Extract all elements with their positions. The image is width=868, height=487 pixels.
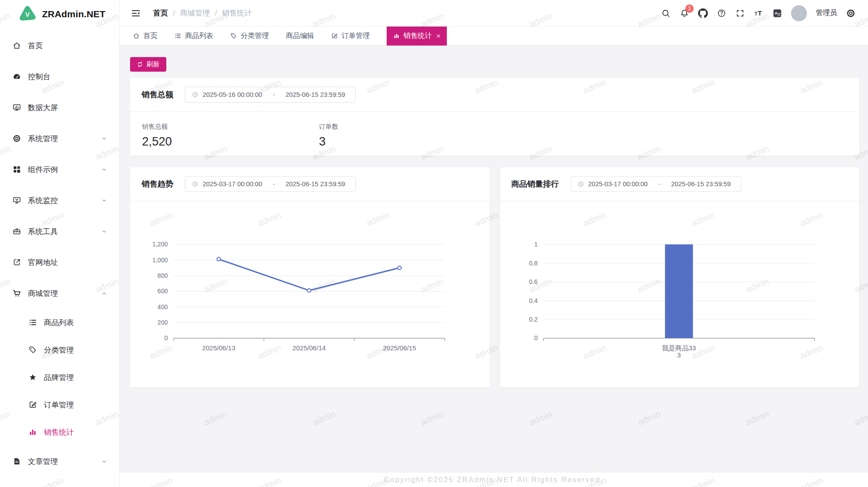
tab[interactable]: 订单管理	[331, 27, 370, 46]
chart-area: 02004006008001,0001,2002025/06/132025/06…	[130, 201, 490, 387]
fullscreen-icon	[735, 8, 745, 18]
monitor-icon	[12, 196, 21, 205]
refresh-button[interactable]: 刷新	[130, 57, 166, 72]
notifications-button[interactable]: 1	[680, 8, 689, 18]
sidebar: V ZRAdmin.NET 首页控制台数据大屏系统管理组件示例系统监控系统工具官…	[0, 0, 119, 487]
edit-icon	[28, 400, 37, 409]
sidebar-item[interactable]: 商品列表	[0, 309, 119, 336]
sidebar-item-label: 分类管理	[44, 345, 74, 355]
svg-text:V: V	[25, 11, 30, 18]
sidebar-item-label: 商城管理	[28, 288, 58, 299]
list-icon	[174, 32, 181, 39]
github-button[interactable]	[698, 8, 708, 18]
sidebar-item-label: 订单管理	[44, 400, 74, 410]
tab[interactable]: 分类管理	[230, 27, 269, 46]
date-range-picker[interactable]: 2025-03-17 00:00:00 - 2025-06-15 23:59:5…	[571, 176, 741, 192]
content: 刷新 销售总额 2025-05-16 00:00:00 - 2025-06-15…	[119, 46, 868, 472]
sales-trend-title: 销售趋势	[142, 179, 173, 189]
sidebar-item[interactable]: 文章管理	[0, 446, 119, 477]
language-button[interactable]: A文	[772, 8, 782, 18]
chevron-down-icon	[101, 135, 108, 142]
stat-sales-total: 销售总额 2,520	[142, 123, 319, 149]
cart-icon	[12, 289, 21, 298]
svg-text:1,200: 1,200	[152, 241, 168, 248]
tab-label: 销售统计	[403, 31, 432, 41]
date-range-picker[interactable]: 2025-03-17 00:00:00 - 2025-06-15 23:59:5…	[185, 176, 356, 192]
sidebar-item[interactable]: 商城管理	[0, 278, 119, 309]
logo[interactable]: V ZRAdmin.NET	[0, 0, 119, 28]
svg-text:800: 800	[157, 272, 168, 279]
avatar[interactable]	[791, 5, 807, 21]
sales-total-title: 销售总额	[142, 89, 173, 100]
date-range-picker[interactable]: 2025-05-16 00:00:00 - 2025-06-15 23:59:5…	[185, 87, 356, 103]
product-rank-chart: 00.20.40.60.81我是商品333	[500, 201, 860, 387]
sidebar-item[interactable]: 系统管理	[0, 123, 119, 154]
copyright-text: Copyright ©2025 ZRAdmin.NET All Rights R…	[384, 476, 603, 484]
breadcrumb-item-mall[interactable]: 商城管理	[180, 8, 210, 18]
bar-chart-icon	[28, 428, 37, 437]
breadcrumb-separator: /	[173, 9, 175, 18]
sidebar-item-label: 首页	[28, 41, 43, 51]
svg-text:1: 1	[534, 241, 538, 248]
sidebar-item-label: 系统管理	[28, 134, 58, 144]
dashboard-icon	[12, 72, 21, 81]
close-icon[interactable]: ×	[436, 32, 441, 40]
svg-text:T: T	[755, 12, 758, 16]
sidebar-item[interactable]: 系统监控	[0, 185, 119, 216]
tab-label: 首页	[143, 31, 157, 41]
sidebar-item[interactable]: 控制台	[0, 61, 119, 92]
tab[interactable]: 销售统计×	[387, 27, 447, 46]
list-icon	[28, 318, 37, 327]
sidebar-item[interactable]: 数据大屏	[0, 92, 119, 123]
tab-label: 商品编辑	[286, 31, 314, 41]
sidebar-item[interactable]: 品牌管理	[0, 364, 119, 391]
settings-button[interactable]	[846, 8, 856, 18]
gear-icon	[12, 134, 21, 143]
sidebar-item[interactable]: 销售统计	[0, 418, 119, 446]
translate-icon: A文	[772, 8, 782, 18]
breadcrumb-item-home[interactable]: 首页	[153, 8, 168, 18]
notification-badge: 1	[685, 4, 694, 13]
help-button[interactable]	[717, 8, 726, 18]
username[interactable]: 管理员	[816, 8, 837, 18]
tab[interactable]: 商品列表	[174, 27, 213, 46]
sidebar-item[interactable]: 首页	[0, 30, 119, 61]
svg-text:1,000: 1,000	[152, 257, 168, 264]
clock-icon	[577, 180, 584, 188]
svg-text:2025/06/14: 2025/06/14	[292, 344, 326, 352]
sidebar-item[interactable]: 官网地址	[0, 247, 119, 278]
stats-row: 销售总额 2,520 订单数 3	[130, 112, 859, 149]
svg-text:0: 0	[164, 334, 168, 341]
search-button[interactable]	[661, 8, 671, 18]
card-header: 销售趋势 2025-03-17 00:00:00 - 2025-06-15 23…	[130, 167, 490, 201]
tab[interactable]: 首页	[133, 27, 157, 46]
sidebar-item[interactable]: 系统工具	[0, 216, 119, 247]
clock-icon	[192, 180, 199, 188]
date-start: 2025-03-17 00:00:00	[588, 180, 648, 188]
tag-icon	[230, 32, 237, 39]
font-size-button[interactable]: TT	[754, 8, 764, 18]
collapse-sidebar-button[interactable]	[131, 8, 141, 18]
svg-text:T: T	[758, 9, 762, 17]
card-header: 销售总额 2025-05-16 00:00:00 - 2025-06-15 23…	[130, 78, 859, 112]
sales-trend-card: 销售趋势 2025-03-17 00:00:00 - 2025-06-15 23…	[130, 167, 490, 387]
chart-area: 00.20.40.60.81我是商品333	[500, 201, 860, 387]
sidebar-item[interactable]: 分类管理	[0, 336, 119, 364]
sidebar-item-label: 文章管理	[28, 456, 58, 467]
sidebar-item-label: 官网地址	[28, 257, 58, 268]
tab[interactable]: 商品编辑	[286, 27, 314, 46]
fullscreen-button[interactable]	[735, 8, 745, 18]
tab-label: 订单管理	[342, 31, 370, 41]
star-icon	[28, 373, 37, 382]
header-actions: 1 TT A文 管理员	[661, 5, 856, 21]
breadcrumb-item-current: 销售统计	[222, 8, 252, 18]
sidebar-item[interactable]: 组件示例	[0, 154, 119, 185]
svg-text:0.6: 0.6	[529, 278, 538, 285]
app-title: ZRAdmin.NET	[42, 9, 105, 19]
svg-text:2025/06/13: 2025/06/13	[202, 344, 235, 352]
stat-value: 2,520	[142, 135, 319, 149]
bar-chart-icon	[393, 32, 400, 39]
svg-text:我是商品333: 我是商品333	[662, 344, 696, 359]
footer: Copyright ©2025 ZRAdmin.NET All Rights R…	[119, 472, 868, 487]
sidebar-item[interactable]: 订单管理	[0, 391, 119, 418]
